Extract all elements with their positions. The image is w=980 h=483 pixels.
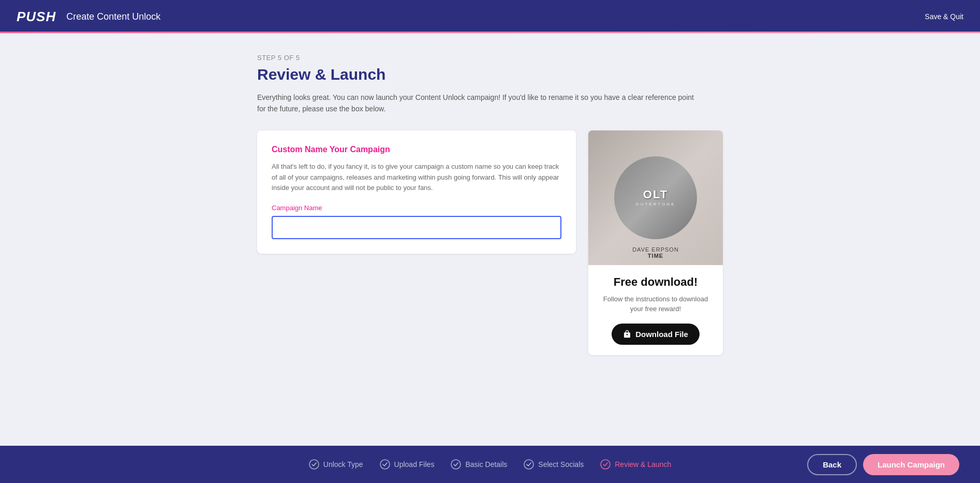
check-circle-icon-review-launch — [600, 459, 611, 470]
campaign-name-input[interactable] — [272, 216, 561, 239]
step-label: STEP 5 OF 5 — [257, 54, 723, 62]
save-quit-button[interactable]: Save & Quit — [925, 12, 963, 21]
download-file-label: Download File — [635, 330, 688, 339]
main-content: STEP 5 OF 5 Review & Launch Everything l… — [0, 33, 980, 483]
content-wrapper: STEP 5 OF 5 Review & Launch Everything l… — [257, 54, 723, 421]
launch-campaign-button[interactable]: Launch Campaign — [863, 454, 959, 475]
album-info: DAVE ERPSON TIME — [588, 246, 723, 259]
footer-step-basic-details-label: Basic Details — [465, 460, 507, 469]
footer-actions: Back Launch Campaign — [807, 454, 959, 475]
album-art: OLT OUTERTONE DAVE ERPSON TIME — [588, 130, 723, 265]
two-column-layout: Custom Name Your Campaign All that's lef… — [257, 130, 723, 355]
svg-point-2 — [451, 460, 461, 469]
step-check-unlock-type — [309, 459, 319, 470]
svg-point-3 — [524, 460, 533, 469]
preview-body: Free download! Follow the instructions t… — [588, 265, 723, 355]
footer-step-upload-files-label: Upload Files — [394, 460, 435, 469]
page-title: Review & Launch — [257, 66, 723, 83]
free-download-description: Follow the instructions to download your… — [597, 294, 715, 314]
lock-icon — [623, 330, 631, 338]
header-title: Create Content Unlock — [66, 11, 160, 22]
album-logo: OLT — [643, 188, 668, 201]
footer-step-unlock-type-label: Unlock Type — [323, 460, 363, 469]
step-check-review-launch — [600, 459, 611, 470]
check-circle-icon-unlock-type — [309, 459, 319, 470]
download-file-button[interactable]: Download File — [612, 324, 700, 345]
custom-name-panel: Custom Name Your Campaign All that's lef… — [257, 130, 576, 254]
step-check-select-socials — [524, 459, 534, 470]
footer-step-unlock-type[interactable]: Unlock Type — [309, 459, 363, 470]
album-circle: OLT OUTERTONE — [614, 156, 697, 239]
back-button[interactable]: Back — [807, 454, 857, 475]
footer-step-review-launch-label: Review & Launch — [615, 460, 671, 469]
header: PUSH Create Content Unlock Save & Quit — [0, 0, 980, 33]
footer-step-select-socials-label: Select Socials — [538, 460, 584, 469]
panel-description: All that's left to do, if you fancy it, … — [272, 162, 561, 194]
check-circle-icon-select-socials — [524, 459, 534, 470]
svg-point-1 — [380, 460, 390, 469]
footer-step-review-launch[interactable]: Review & Launch — [600, 459, 671, 470]
album-logo-subtitle: OUTERTONE — [636, 202, 676, 207]
panel-title: Custom Name Your Campaign — [272, 145, 561, 154]
page-description: Everything looks great. You can now laun… — [257, 92, 702, 115]
footer-step-basic-details[interactable]: Basic Details — [451, 459, 507, 470]
step-check-upload-files — [380, 459, 390, 470]
album-artist: DAVE ERPSON — [588, 246, 723, 253]
preview-panel: OLT OUTERTONE DAVE ERPSON TIME Free down… — [588, 130, 723, 355]
footer-step-upload-files[interactable]: Upload Files — [380, 459, 435, 470]
svg-point-0 — [309, 460, 319, 469]
campaign-name-label: Campaign Name — [272, 204, 561, 212]
footer-step-select-socials[interactable]: Select Socials — [524, 459, 584, 470]
free-download-title: Free download! — [597, 275, 715, 289]
svg-point-4 — [601, 460, 610, 469]
check-circle-icon-upload-files — [380, 459, 390, 470]
album-track: TIME — [588, 253, 723, 259]
check-circle-icon-basic-details — [451, 459, 461, 470]
header-left: PUSH Create Content Unlock — [17, 9, 160, 25]
step-check-basic-details — [451, 459, 461, 470]
logo: PUSH — [17, 9, 56, 25]
footer: Unlock Type Upload Files Basic Details — [0, 446, 980, 483]
